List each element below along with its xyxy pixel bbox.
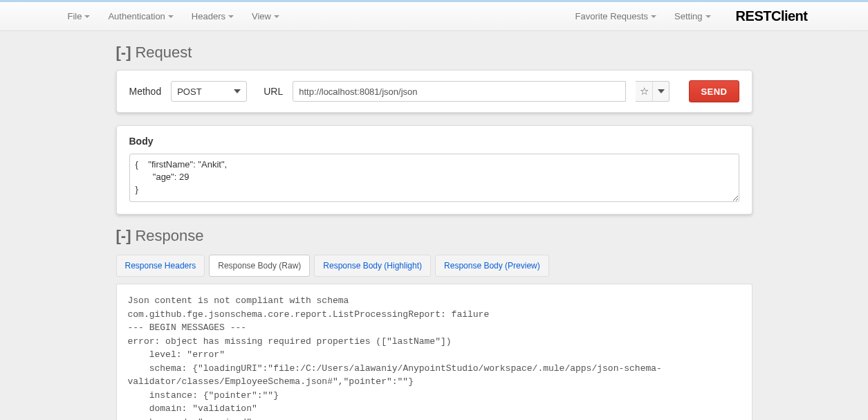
url-label: URL [264, 86, 283, 97]
chevron-down-icon [274, 15, 279, 18]
brand-title: RESTClient [736, 8, 808, 24]
main-content: [-] Request Method POST URL ☆ SEND [109, 44, 759, 420]
chevron-down-icon [705, 15, 711, 18]
menu-view-label: View [252, 11, 271, 21]
menu-favorite-requests[interactable]: Favorite Requests [569, 7, 664, 26]
body-textarea[interactable] [129, 154, 739, 202]
url-input[interactable] [293, 81, 626, 102]
response-title: Response [135, 227, 203, 245]
favorite-star-button[interactable]: ☆ [636, 82, 652, 101]
menu-setting[interactable]: Setting [667, 7, 717, 26]
menu-favorite-requests-label: Favorite Requests [575, 11, 649, 21]
chevron-down-icon [168, 15, 174, 18]
menubar: File Authentication Headers View Favorit… [0, 2, 868, 31]
method-value: POST [177, 86, 201, 97]
menu-headers[interactable]: Headers [185, 7, 241, 26]
response-body-raw: Json content is not compliant with schem… [116, 284, 752, 420]
tab-response-body-preview[interactable]: Response Body (Preview) [435, 255, 549, 277]
method-label: Method [129, 86, 162, 97]
chevron-down-icon [228, 15, 234, 18]
method-select[interactable]: POST [171, 81, 247, 102]
menu-file-label: File [68, 11, 82, 21]
response-toggle[interactable]: [-] [116, 227, 131, 245]
menu-authentication-label: Authentication [108, 11, 165, 21]
chevron-down-icon [658, 89, 665, 93]
chevron-down-icon [84, 15, 90, 18]
menu-authentication[interactable]: Authentication [101, 7, 180, 26]
request-title: Request [135, 44, 192, 62]
response-tabs: Response Headers Response Body (Raw) Res… [116, 255, 752, 277]
send-button[interactable]: SEND [689, 80, 739, 102]
menu-left-group: File Authentication Headers View [61, 7, 286, 26]
menu-right-group: Favorite Requests Setting RESTClient [569, 7, 808, 26]
body-label: Body [129, 136, 739, 147]
menu-headers-label: Headers [192, 11, 225, 21]
menu-setting-label: Setting [674, 11, 702, 21]
tab-response-body-highlight[interactable]: Response Body (Highlight) [314, 255, 431, 277]
chevron-down-icon [651, 15, 656, 18]
request-toggle[interactable]: [-] [116, 44, 131, 62]
response-section-header: [-] Response [116, 227, 752, 245]
request-url-panel: Method POST URL ☆ SEND [116, 70, 752, 113]
star-icon: ☆ [640, 85, 649, 98]
request-section-header: [-] Request [116, 44, 752, 62]
url-history-dropdown-button[interactable] [652, 82, 669, 101]
menu-file[interactable]: File [61, 7, 98, 26]
tab-response-headers[interactable]: Response Headers [116, 255, 205, 277]
request-body-panel: Body [116, 125, 752, 214]
url-addon-group: ☆ [636, 81, 670, 102]
chevron-down-icon [234, 89, 241, 93]
tab-response-body-raw[interactable]: Response Body (Raw) [209, 255, 310, 277]
menu-view[interactable]: View [245, 7, 286, 26]
